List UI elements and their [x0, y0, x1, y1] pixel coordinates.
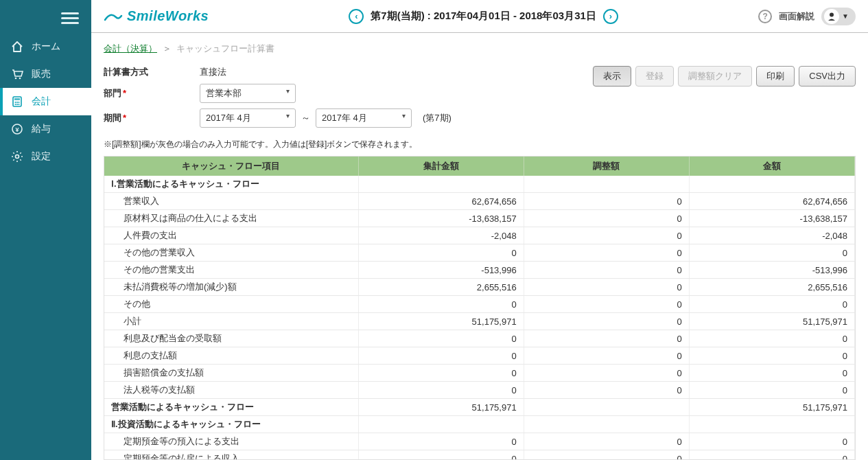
row-label: 営業活動によるキャッシュ・フロー [104, 399, 358, 416]
hamburger-icon[interactable] [61, 10, 79, 23]
print-button[interactable]: 印刷 [756, 66, 795, 87]
row-value[interactable]: 0 [524, 382, 689, 399]
row-value: 0 [358, 330, 524, 347]
row-value: 0 [689, 296, 854, 313]
svg-text:¥: ¥ [15, 126, 19, 133]
row-value[interactable]: 0 [524, 193, 689, 210]
row-label: 未払消費税等の増加(減少)額 [104, 279, 358, 296]
row-value[interactable]: 0 [524, 262, 689, 279]
row-value: 0 [689, 365, 854, 382]
row-label: 法人税等の支払額 [104, 382, 358, 399]
avatar-icon [824, 9, 839, 24]
row-value: 51,175,971 [358, 399, 524, 416]
row-value: -513,996 [358, 262, 524, 279]
row-value[interactable]: 0 [524, 296, 689, 313]
period-separator: ～ [301, 112, 310, 124]
table-row: その他000 [104, 296, 855, 313]
svg-point-6 [19, 102, 20, 103]
table-row: 法人税等の支払額000 [104, 382, 855, 399]
table-header: 調整額 [524, 157, 689, 176]
table-row: 未払消費税等の増加(減少)額2,655,51602,655,516 [104, 279, 855, 296]
show-button[interactable]: 表示 [593, 66, 631, 87]
row-value [358, 416, 524, 433]
sidebar-item-cart[interactable]: 販売 [0, 60, 91, 88]
svg-rect-3 [14, 98, 20, 100]
row-value: 0 [358, 296, 524, 313]
csv-export-button[interactable]: CSV出力 [799, 66, 856, 87]
row-value: 0 [358, 433, 524, 450]
logo-text: SmileWorks [127, 8, 209, 24]
sidebar-top [0, 0, 91, 33]
row-value: -513,996 [689, 262, 854, 279]
gear-icon [11, 150, 23, 163]
table-row: 損害賠償金の支払額000 [104, 365, 855, 382]
row-label: 定期預金等の預入による支出 [104, 433, 358, 450]
help-label[interactable]: 画面解説 [779, 10, 814, 23]
row-value: 0 [358, 450, 524, 461]
form-note: ※[調整額]欄が灰色の場合のみ入力可能です。入力値は[登録]ボタンで保存されます… [104, 139, 856, 150]
sidebar-item-label: 販売 [32, 68, 51, 80]
row-value[interactable]: 0 [524, 450, 689, 461]
row-value [524, 399, 689, 416]
row-value[interactable]: 0 [524, 210, 689, 227]
row-label: その他 [104, 296, 358, 313]
row-value[interactable]: 0 [524, 313, 689, 330]
period-label: 期間* [104, 112, 200, 124]
period-note: (第7期) [423, 112, 451, 124]
header: SmileWorks ‹ 第7期(当期) : 2017年04月01日 - 201… [91, 0, 868, 33]
svg-point-12 [16, 155, 19, 159]
sidebar: ホーム販売会計¥給与設定 [0, 0, 91, 460]
row-value[interactable]: 0 [524, 279, 689, 296]
row-label: その他の営業支出 [104, 262, 358, 279]
breadcrumb-root[interactable]: 会計（決算） [104, 43, 157, 54]
row-value: 51,175,971 [689, 399, 854, 416]
svg-point-13 [830, 12, 834, 16]
table-row: 営業活動によるキャッシュ・フロー51,175,97151,175,971 [104, 399, 855, 416]
user-menu-button[interactable]: ▼ [821, 8, 856, 25]
row-value: 0 [689, 382, 854, 399]
next-period-button[interactable]: › [603, 9, 618, 24]
table-row: 定期預金等の払戻による収入000 [104, 450, 855, 461]
row-label: 原材料又は商品の仕入による支出 [104, 210, 358, 227]
yen-icon: ¥ [11, 123, 23, 135]
row-value [524, 416, 689, 433]
row-value: 0 [689, 450, 854, 461]
dept-select[interactable]: 営業本部 [200, 84, 296, 103]
period-nav: ‹ 第7期(当期) : 2017年04月01日 - 2018年03月31日 › [217, 9, 750, 24]
row-label: 人件費の支出 [104, 227, 358, 244]
row-value: 62,674,656 [689, 193, 854, 210]
row-value[interactable]: 0 [524, 330, 689, 347]
row-label: Ⅱ.投資活動によるキャッシュ・フロー [104, 416, 358, 433]
row-value[interactable]: 0 [524, 347, 689, 365]
cart-icon [11, 68, 23, 80]
row-value[interactable]: 0 [524, 433, 689, 450]
row-label: 定期預金等の払戻による収入 [104, 450, 358, 461]
row-value: 2,655,516 [358, 279, 524, 296]
period-from-select[interactable]: 2017年 4月 [200, 108, 296, 128]
logo-icon [104, 10, 123, 23]
logo: SmileWorks [104, 8, 209, 24]
table-row: 利息の支払額000 [104, 347, 855, 365]
table-header: キャッシュ・フロー項目 [104, 157, 358, 176]
sidebar-item-yen[interactable]: ¥給与 [0, 115, 91, 143]
prev-period-button[interactable]: ‹ [349, 9, 364, 24]
sidebar-item-label: 会計 [32, 95, 51, 108]
row-value[interactable]: 0 [524, 227, 689, 244]
row-label: 利息の支払額 [104, 347, 358, 365]
cashflow-table-wrap[interactable]: キャッシュ・フロー項目集計金額調整額金額 Ⅰ.営業活動によるキャッシュ・フロー営… [104, 156, 856, 460]
row-value: 2,655,516 [689, 279, 854, 296]
row-value[interactable]: 0 [524, 365, 689, 382]
help-icon[interactable]: ? [758, 10, 772, 23]
svg-point-7 [15, 104, 16, 105]
row-value: 0 [689, 330, 854, 347]
sidebar-item-home[interactable]: ホーム [0, 33, 91, 60]
sidebar-item-calc[interactable]: 会計 [0, 88, 91, 115]
sidebar-item-gear[interactable]: 設定 [0, 143, 91, 170]
row-value [358, 176, 524, 193]
table-row: 利息及び配当金の受取額000 [104, 330, 855, 347]
row-value: 62,674,656 [358, 193, 524, 210]
svg-point-4 [15, 102, 16, 103]
row-value: 51,175,971 [358, 313, 524, 330]
period-to-select[interactable]: 2017年 4月 [316, 108, 412, 128]
row-value[interactable]: 0 [524, 244, 689, 262]
